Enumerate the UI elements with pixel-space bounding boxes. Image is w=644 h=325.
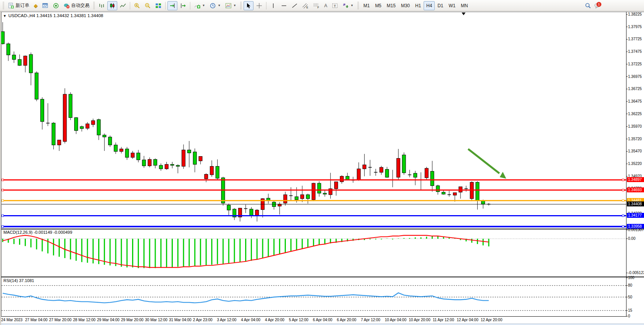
timeframe-button-h4[interactable]: H4 — [424, 1, 435, 10]
price-line-tag: 1.34177 — [627, 213, 644, 218]
time-label: 4 Apr 04:00 — [241, 318, 260, 322]
price-tick-label: 1.37475 — [628, 49, 642, 54]
candle-bull — [57, 140, 61, 145]
arrows-icon — [343, 3, 349, 9]
equidistant-channel-button[interactable]: E — [300, 1, 311, 10]
candle-bear — [114, 145, 118, 151]
zoom-out-icon — [145, 3, 151, 9]
time-label: 29 Mar 20:00 — [121, 318, 143, 322]
signal-button[interactable] — [51, 1, 61, 10]
price-tick-label: 1.36975 — [628, 75, 642, 79]
search-button[interactable] — [583, 1, 593, 10]
fibonacci-button[interactable]: F — [311, 1, 322, 10]
candle-bear — [402, 155, 406, 173]
time-label: 11 Apr 12:00 — [433, 318, 454, 322]
auto-trading-button[interactable]: 自动交易 — [62, 1, 91, 10]
macd-tick-label: 0.00 — [628, 236, 635, 241]
chart-collapse-icon[interactable]: ▼ — [3, 14, 6, 18]
candle-bull — [148, 159, 151, 166]
price-tick-label: 1.37225 — [628, 62, 642, 66]
crosshair-button[interactable] — [254, 1, 264, 10]
chat-button[interactable]: 1 — [592, 1, 603, 10]
auto-trading-icon — [64, 3, 70, 9]
bar-chart-button[interactable] — [97, 1, 107, 10]
price-line-tag: 1.34693 — [627, 187, 644, 192]
timeframe-button-m30[interactable]: M30 — [398, 1, 412, 10]
candle-bear — [346, 176, 349, 180]
fibonacci-icon: F — [313, 3, 320, 9]
rsi-tick-label: 15 — [628, 308, 632, 312]
chevron-down-icon: ▼ — [202, 4, 205, 7]
auto-scroll-button[interactable] — [167, 1, 177, 10]
zoom-in-icon — [134, 3, 140, 9]
cursor-icon — [245, 3, 252, 9]
text-label-button[interactable]: T — [330, 1, 340, 10]
candle-bull — [204, 174, 208, 179]
candle-bull — [363, 165, 366, 169]
text-button[interactable]: A — [322, 1, 329, 10]
arrows-button[interactable]: ▼ — [341, 1, 355, 10]
time-label: 24 Mar 2023 — [1, 318, 22, 322]
candle-bear — [97, 120, 100, 135]
timeframe-button-d1[interactable]: D1 — [435, 1, 446, 10]
candle-bull — [278, 204, 281, 206]
timeframe-button-w1[interactable]: W1 — [446, 1, 458, 10]
charts-window-icon — [42, 3, 48, 9]
candlestick-chart-icon — [109, 3, 115, 9]
toolbar-separator — [190, 2, 190, 10]
indicators-icon — [194, 3, 200, 9]
svg-text:T: T — [334, 4, 336, 8]
toolbar-grip — [240, 2, 242, 10]
toolbar-separator — [266, 2, 266, 10]
chart-shift-button[interactable] — [178, 1, 188, 10]
zoom-out-button[interactable] — [143, 1, 153, 10]
candle-bear — [306, 195, 309, 198]
templates-button[interactable]: ▼ — [223, 1, 238, 10]
new-order-button[interactable]: 新订单 — [6, 1, 31, 10]
candle-bull — [459, 187, 462, 192]
candle-bear — [35, 73, 38, 99]
timeframe-button-m5[interactable]: M5 — [372, 1, 384, 10]
trendline-button[interactable] — [290, 1, 300, 10]
tile-windows-button[interactable] — [153, 1, 163, 10]
toolbar-grip — [357, 2, 359, 10]
candle-bear — [476, 182, 479, 200]
candlestick-chart-button[interactable] — [107, 1, 117, 10]
timeframe-group: M1M5M15M30H1H4D1W1MN — [361, 1, 471, 10]
horizontal-line-button[interactable] — [279, 1, 289, 10]
candle-bear — [159, 165, 163, 169]
cursor-button[interactable] — [244, 1, 253, 10]
candle-bear — [1, 32, 5, 44]
timeframe-button-mn[interactable]: MN — [458, 1, 471, 10]
macd-tick-label: 0.001307 — [628, 228, 644, 232]
trend-arrow-head — [500, 172, 506, 179]
toolbar: 新订单 ◆ 自动交易 — [0, 0, 644, 11]
periods-button[interactable]: ▼ — [208, 1, 223, 10]
charts-window-button[interactable] — [40, 1, 50, 10]
candle-bear — [227, 205, 231, 210]
candle-bull — [425, 168, 428, 178]
candle-bear — [442, 192, 445, 194]
macd-indicator-label: MACD(12,26,9) -0.001149 -0.000499 — [3, 230, 72, 235]
candle-bull — [210, 166, 214, 175]
time-label: 7 Apr 12:00 — [361, 318, 380, 322]
timeframe-button-m1[interactable]: M1 — [361, 1, 373, 10]
candle-bull — [335, 182, 338, 189]
time-label: 3 Apr 12:00 — [217, 318, 236, 322]
chart-canvas[interactable] — [0, 11, 644, 325]
indicators-button[interactable]: ▼ — [192, 1, 207, 10]
candle-bear — [385, 169, 389, 177]
profiles-button[interactable]: ◆ — [32, 1, 40, 10]
candle-bear — [142, 160, 146, 166]
candle-bear — [250, 209, 253, 216]
line-chart-button[interactable] — [118, 1, 128, 10]
line-handle — [622, 179, 624, 181]
timeframe-button-h1[interactable]: H1 — [413, 1, 424, 10]
timeframe-button-m15[interactable]: M15 — [384, 1, 398, 10]
zoom-in-button[interactable] — [132, 1, 142, 10]
candle-bull — [182, 150, 185, 166]
vertical-line-button[interactable] — [268, 1, 278, 10]
candle-bear — [108, 137, 112, 145]
chevron-down-icon: ▼ — [233, 4, 236, 7]
auto-scroll-icon — [169, 3, 175, 9]
